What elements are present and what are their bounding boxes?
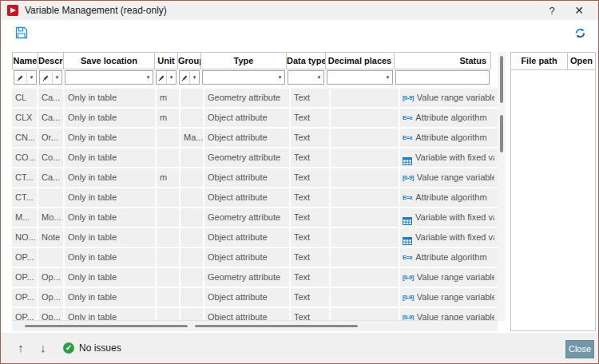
horizontal-scrollbar-thumb[interactable] [195,325,358,327]
file-path-panel: File path Open [510,52,596,331]
column-header-group[interactable]: Group [177,52,201,69]
cell-unit [157,208,179,227]
value-range-icon: [0-9] [403,168,414,187]
table-row[interactable]: CT...Ca...Only in tablemObject attribute… [12,168,506,187]
filter-combobox[interactable]: ▾ [327,70,393,85]
cell-data-type: Text [291,208,329,227]
dropdown-arrow-icon[interactable]: ▾ [27,71,36,84]
move-down-button[interactable]: ↓ [36,341,50,355]
cell-group [180,168,203,187]
dropdown-arrow-icon[interactable]: ▾ [144,71,153,84]
table-row[interactable]: CT...Only in tableObject attributeTextE=… [12,188,506,207]
filter-combobox[interactable]: ▾ [288,70,324,85]
filter-textbox[interactable] [395,70,490,85]
close-window-button[interactable]: ✕ [566,1,592,20]
cell-decimal-places [331,248,399,267]
dropdown-arrow-icon[interactable]: ▾ [276,71,284,84]
cell-save-location: Only in table [65,248,155,267]
save-button[interactable] [13,24,30,42]
cell-type: Geometry attribute [204,208,289,227]
cell-type: Geometry attribute [204,148,289,167]
dropdown-arrow-icon[interactable]: ▾ [190,71,199,84]
move-up-button[interactable]: ↑ [14,341,28,355]
file-path-panel-body [511,70,595,330]
filter-widget[interactable]: ▾ [14,70,37,85]
footer-bar: ↑ ↓ ✓ No issues Close [1,333,598,363]
cell-description: Co... [38,148,63,167]
dropdown-arrow-icon[interactable]: ▾ [315,71,323,84]
cell-status: E=xAttribute algorithm [400,248,498,267]
window-title: Variable Management (read-only) [25,5,167,16]
table-row[interactable]: M...Mo...Only in tableGeometry attribute… [12,208,506,227]
column-header-file-path[interactable]: File path [511,53,568,70]
filter-cell-unit: ▾ [154,69,178,87]
algorithm-icon: E=x [403,248,412,267]
cell-unit: m [157,168,179,187]
filter-cell-name: ▾ [12,69,38,87]
cell-name: OP... [12,268,37,287]
table-row[interactable]: CLCa...Only in tablemGeometry attributeT… [12,89,506,107]
table-row[interactable]: CN...Or...Only in tableMa...Object attri… [12,129,506,147]
table-body: CLCa...Only in tablemGeometry attributeT… [12,87,506,331]
title-bar: Variable Management (read-only) ? ✕ [1,1,598,20]
table-filter-row: ▾▾▾▾▾▾▾▾ [12,69,506,87]
filter-widget[interactable]: ▾ [156,70,177,85]
horizontal-scrollbar-thumb[interactable] [25,325,188,327]
cell-description: Ca... [38,89,63,107]
table-row[interactable]: CO...Co...Only in tableGeometry attribut… [12,148,506,167]
filter-combobox[interactable]: ▾ [65,70,153,85]
cell-data-type: Text [291,268,329,287]
dropdown-arrow-icon[interactable]: ▾ [383,71,392,84]
cell-status: Variable with fixed va [400,228,498,247]
table-row[interactable]: OP...Only in tableObject attributeTextE=… [12,248,506,267]
cell-unit [157,268,179,287]
table-row[interactable]: OP...Op...Only in tableGeometry attribut… [12,268,506,287]
column-header-open[interactable]: Open [568,53,595,70]
cell-decimal-places [331,288,399,307]
cell-name: CLX [12,109,37,127]
cell-name: OP... [12,288,37,307]
filter-combobox[interactable]: ▾ [202,70,285,85]
cell-data-type: Text [291,129,329,147]
cell-description: Ca... [38,109,63,127]
horizontal-scrollbar[interactable] [12,320,498,331]
column-header-unit[interactable]: Unit [154,52,178,69]
cell-save-location: Only in table [65,89,155,107]
dropdown-arrow-icon[interactable]: ▾ [53,71,61,84]
cell-decimal-places [331,228,399,247]
algorithm-icon: E=x [403,129,412,147]
vertical-scrollbar-thumb[interactable] [500,56,503,103]
cell-group [180,208,203,227]
status-text: No issues [79,342,121,354]
cell-group [180,228,203,247]
cell-name: M... [12,208,37,227]
help-button[interactable]: ? [539,1,565,20]
column-header-data-type[interactable]: Data type [286,52,326,69]
cell-save-location: Only in table [65,208,155,227]
filter-widget[interactable]: ▾ [179,70,200,85]
vertical-scrollbar-thumb[interactable] [500,115,503,152]
cell-unit: m [157,89,179,107]
vertical-scrollbar[interactable] [498,52,506,321]
column-header-save-location[interactable]: Save location [63,52,155,69]
table-row[interactable]: NO...NoteOnly in tableObject attributeTe… [12,228,506,247]
filter-widget[interactable]: ▾ [39,70,62,85]
table-row[interactable]: CLXCa...Only in tablemObject attributeTe… [12,109,506,127]
cell-status: [0-9]Value range variable w [400,268,498,287]
refresh-button[interactable] [571,24,589,42]
close-button[interactable]: Close [565,340,594,358]
column-header-name[interactable]: ˆName [12,52,38,69]
cell-save-location: Only in table [65,168,155,187]
cell-unit [157,248,179,267]
filter-cell-type: ▾ [200,69,287,87]
value-range-icon: [0-9] [403,288,414,307]
column-header-status[interactable]: Status [394,52,491,69]
cell-name: CL [12,89,37,107]
cell-description: Op... [38,268,63,287]
column-header-decimal-places[interactable]: Decimal places [325,52,395,69]
table-row[interactable]: OP...Op...Only in tableObject attributeT… [12,288,506,307]
dropdown-arrow-icon[interactable]: ▾ [167,71,176,84]
cell-description: Mo... [38,208,63,227]
column-header-type[interactable]: Type [200,52,287,69]
column-header-description[interactable]: Description [38,52,64,69]
